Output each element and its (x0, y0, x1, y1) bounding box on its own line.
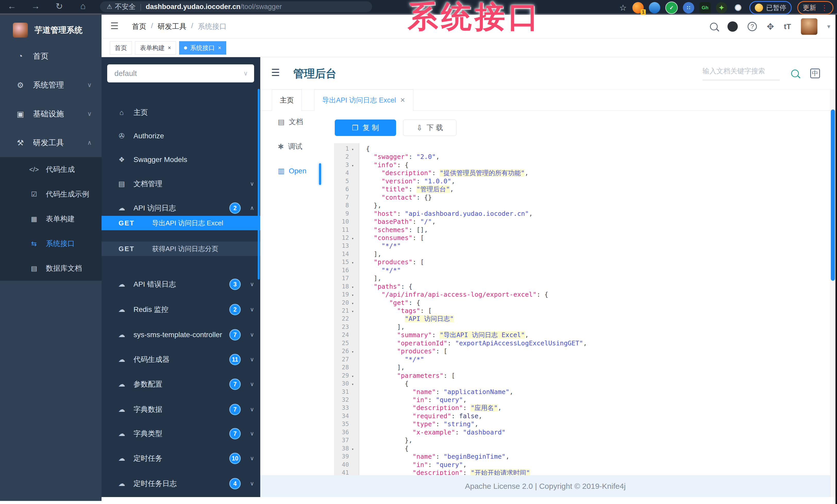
ext-drop-icon[interactable] (649, 2, 660, 13)
swagger-nav-item-Authorize[interactable]: ✇Authorize (102, 128, 260, 144)
github-icon[interactable] (728, 21, 738, 32)
swagger-nav-item-label: 字典数据 (133, 405, 162, 414)
count-badge: 7 (229, 404, 241, 415)
doc-search-icon[interactable] (791, 70, 799, 77)
fold-caret[interactable]: ▾ (352, 348, 354, 356)
search-icon[interactable] (710, 23, 718, 31)
sidebar-item-表单构建[interactable]: ▦表单构建 (0, 207, 102, 231)
sidebar-item-研发工具[interactable]: ⚒研发工具∧ (0, 128, 102, 157)
doc-tab-主页[interactable]: 主页 (272, 89, 302, 111)
chevron-down-icon[interactable]: ▾ (827, 23, 830, 30)
api-operation-获得API 访问日志分页[interactable]: GET获得API 访问日志分页 (102, 242, 260, 256)
ext-pinwheel-icon[interactable]: ✺ (732, 2, 744, 13)
swagger-nav-item-API 访问日志[interactable]: ☁API 访问日志2∧ (102, 200, 260, 216)
fold-caret[interactable]: ▾ (352, 300, 354, 307)
sidebar-item-系统接口[interactable]: ⇆系统接口 (0, 231, 102, 256)
sidebar-item-数据库文档[interactable]: ▤数据库文档 (0, 256, 102, 281)
fold-caret[interactable]: ▾ (352, 235, 354, 243)
breadcrumb-home[interactable]: 首页 (132, 22, 146, 32)
tag-首页[interactable]: 首页 (110, 41, 132, 55)
user-avatar[interactable] (801, 18, 817, 35)
tag-系统接口[interactable]: 系统接口× (179, 41, 226, 55)
swagger-nav-item-定时任务[interactable]: ☁定时任务10∨ (102, 451, 260, 466)
swagger-nav-item-Redis 监控[interactable]: ☁Redis 监控2∨ (102, 302, 260, 317)
reload-icon[interactable]: ↻ (54, 1, 65, 11)
swagger-nav-item-字典类型[interactable]: ☁字典类型7∨ (102, 426, 260, 442)
fullscreen-icon[interactable]: ✥ (767, 21, 774, 32)
sidebar-item-代码生成示例[interactable]: ☑代码生成示例 (0, 182, 102, 207)
swagger-nav-scrollbar[interactable] (258, 89, 260, 279)
font-size-icon[interactable]: tT (784, 22, 791, 31)
help-icon[interactable]: ? (748, 22, 757, 31)
swagger-nav-item-主页[interactable]: ⌂主页 (102, 105, 260, 120)
side-tab-Open[interactable]: ▥Open (278, 167, 306, 175)
fold-caret[interactable]: ▾ (352, 307, 354, 316)
main-scrollbar-thumb[interactable] (831, 109, 835, 281)
breadcrumb-devtools[interactable]: 研发工具 (158, 22, 186, 32)
collapse-menu-icon[interactable]: ☰ (271, 67, 280, 78)
fold-caret[interactable]: ▾ (352, 372, 354, 380)
swagger-nav-item-代码生成器[interactable]: ☁代码生成器11∨ (102, 352, 260, 367)
sidebar-item-代码生成[interactable]: </>代码生成 (0, 157, 102, 182)
fold-caret[interactable]: ▾ (352, 445, 354, 453)
swagger-nav-item-label: API 访问日志 (133, 203, 176, 213)
breadcrumb-current: 系统接口 (198, 22, 227, 32)
swagger-nav-item-岗位[interactable]: ☁岗位6∨ (102, 495, 260, 497)
ext-check-icon[interactable]: ✓ (665, 2, 678, 14)
tag-label: 首页 (115, 44, 127, 52)
back-icon[interactable]: ← (7, 1, 17, 11)
ext-github-icon[interactable]: Gh (699, 2, 711, 13)
fold-caret[interactable]: ▾ (352, 283, 354, 291)
group-select[interactable]: default ∨ (107, 64, 254, 82)
swagger-nav-item-字典数据[interactable]: ☁字典数据7∨ (102, 402, 260, 417)
download-button[interactable]: ⇩ 下 载 (403, 119, 457, 136)
fold-caret[interactable]: ▾ (352, 291, 354, 299)
json-editor[interactable]: 1▾{2 "swagger": "2.0",3▾ "info": {4 "des… (334, 143, 830, 475)
forward-icon[interactable]: → (31, 1, 41, 11)
ext-alien-icon[interactable]: ✦ (716, 2, 727, 13)
code-text: ], (366, 363, 405, 371)
code-line: 39 "name": "beginBeginTime", (334, 452, 830, 461)
browser-menu-icon[interactable]: ⋮ (821, 4, 828, 12)
hamburger-icon[interactable]: ☰ (110, 21, 119, 32)
close-icon[interactable]: ✕ (400, 97, 405, 104)
fold-caret[interactable]: ▾ (352, 146, 354, 153)
bookmark-star-icon[interactable]: ☆ (619, 3, 627, 13)
side-tab-调试[interactable]: ✱调试 (278, 142, 302, 151)
update-button[interactable]: 更新 ⋮ (797, 1, 833, 14)
fold-caret[interactable]: ▾ (352, 259, 354, 267)
close-icon[interactable]: × (168, 44, 171, 51)
swagger-nav-item-Swagger Models[interactable]: ❖Swagger Models (102, 152, 260, 167)
tag-表单构建[interactable]: 表单构建× (135, 41, 176, 55)
ext-puzzle-orange-icon[interactable]: 1 (633, 2, 644, 13)
chevron-down-icon: ∨ (250, 430, 254, 437)
fold-caret[interactable]: ▾ (352, 380, 354, 388)
sidebar-item-基础设施[interactable]: ▣基础设施∨ (0, 99, 102, 128)
ext-grid-icon[interactable]: ∷ (683, 2, 694, 13)
side-tab-文档[interactable]: ▤文档 (278, 117, 303, 127)
swagger-nav-item-参数配置[interactable]: ☁参数配置7∨ (102, 376, 260, 392)
fold-caret[interactable]: ▾ (352, 162, 354, 170)
doc-tab-导出API 访问日志 Excel[interactable]: 导出API 访问日志 Excel✕ (314, 89, 413, 111)
address-bar[interactable]: ⚠ 不安全 | dashboard.yudao.iocoder.cn /tool… (100, 1, 372, 12)
profile-paused-pill[interactable]: 已暂停 (749, 1, 791, 14)
group-select-value: default (114, 69, 137, 78)
swagger-nav-item-API 错误日志[interactable]: ☁API 错误日志3∨ (102, 277, 260, 292)
copy-button[interactable]: ❐ 复 制 (335, 119, 396, 136)
language-icon[interactable]: 中 (810, 69, 820, 78)
swagger-nav-item-sys-sms-template-controller[interactable]: ☁sys-sms-template-controller7∨ (102, 327, 260, 342)
sidebar-item-系统管理[interactable]: ⚙系统管理∨ (0, 71, 102, 99)
line-number: 27 (334, 355, 349, 363)
sidebar-item-首页[interactable]: ◔首页 (0, 42, 102, 71)
line-number: 13 (334, 242, 349, 250)
swagger-nav-item-定时任务日志[interactable]: ☁定时任务日志4∨ (102, 476, 260, 491)
line-number: 11 (334, 226, 349, 234)
close-icon[interactable]: × (218, 44, 221, 51)
code-text: ], (366, 250, 381, 258)
api-operation-导出API 访问日志 Excel[interactable]: GET导出API 访问日志 Excel (102, 216, 260, 230)
home-icon[interactable]: ⌂ (78, 1, 88, 11)
swagger-nav-item-文档管理[interactable]: ▤文档管理∨ (102, 176, 260, 192)
logo-row: 芋道管理系统 (0, 19, 102, 42)
open-file-icon: ▥ (278, 167, 285, 175)
doc-search-input[interactable]: 输入文档关键字搜索 (702, 67, 780, 80)
